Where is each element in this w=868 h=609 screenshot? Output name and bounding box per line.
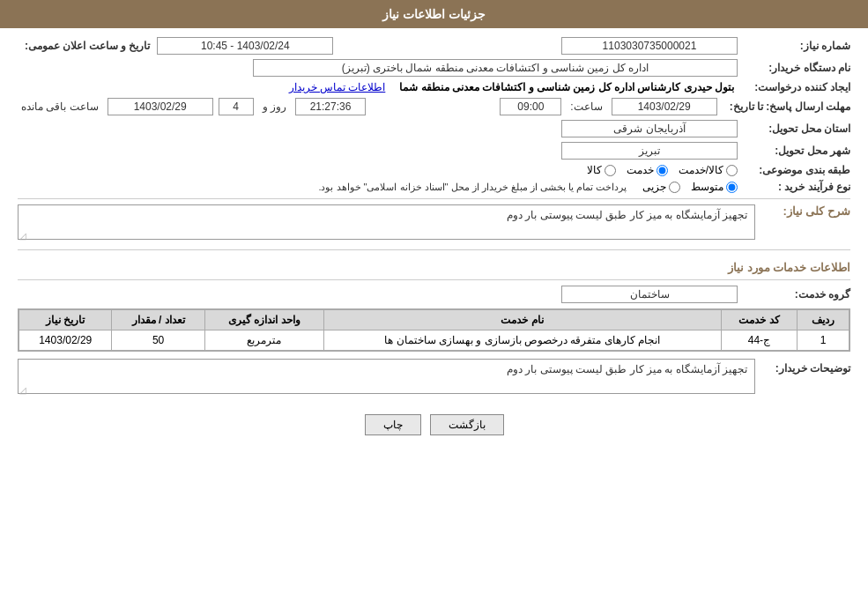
service-group-label: گروه خدمت: [745,288,850,301]
need-number-label: شماره نیاز: [745,40,850,52]
reply-date-label: مهلت ارسال پاسخ: تا تاریخ: [723,100,850,113]
purchase-type-medium[interactable]: متوسط [691,181,738,193]
buyer-org-value: اداره کل زمین شناسی و اکتشافات معدنی منط… [253,59,738,77]
need-description-textarea[interactable] [18,204,755,240]
page-header: جزئیات اطلاعات نیاز [0,0,868,28]
remaining-time-value: 21:27:36 [295,98,366,115]
purchase-type-radio-group: متوسط جزیی [642,181,738,193]
col-header-unit: واحد اندازه گیری [204,310,323,330]
category-option-kala[interactable]: کالا [587,164,616,176]
creator-value: بتول حیدری کارشناس اداره کل زمین شناسی و… [396,81,738,93]
back-button[interactable]: بازگشت [430,414,504,435]
buyer-notes-textarea[interactable] [18,359,755,394]
col-header-row: ردیف [798,310,849,330]
announcement-date-value: 1403/02/24 - 10:45 [157,37,333,55]
announcement-date-label: تاریخ و ساعت اعلان عمومی: [18,40,150,52]
category-option-khedmat[interactable]: خدمت [627,164,668,176]
reply-time-value: 09:00 [500,98,561,115]
category-radio-group: کالا/خدمت خدمت کالا [587,164,738,176]
buyer-org-label: نام دستگاه خریدار: [745,62,850,74]
city-label: شهر محل تحویل: [745,145,850,157]
creator-contact-link[interactable]: اطلاعات تماس خریدار [286,81,389,93]
need-number-value: 1103030735000021 [561,37,738,55]
print-button[interactable]: چاپ [365,414,421,435]
purchase-type-partial[interactable]: جزیی [642,181,680,193]
remaining-days-value: 4 [219,98,254,115]
category-label: طبقه بندی موضوعی: [745,164,850,176]
page-title: جزئیات اطلاعات نیاز [382,7,486,21]
col-header-code: کد خدمت [721,310,798,330]
purchase-type-label: نوع فرآیند خرید : [745,181,850,193]
services-table-container: ردیف کد خدمت نام خدمت واحد اندازه گیری ت… [18,308,850,352]
province-value: آذربایجان شرقی [561,120,738,137]
service-group-value: ساختمان [561,286,738,303]
col-header-date: تاریخ نیاز [19,310,112,330]
remaining-days-label: روز و [259,100,290,113]
remaining-suffix: ساعت باقی مانده [18,100,102,113]
buyer-notes-label: توضیحات خریدار: [762,359,850,375]
col-header-name: نام خدمت [323,310,721,330]
col-header-quantity: تعداد / مقدار [112,310,204,330]
reply-date-display: 1403/02/29 [108,98,213,115]
city-value: تبریز [561,142,738,160]
reply-date-value: 1403/02/29 [612,98,717,115]
table-row: 1ج-44انجام کارهای متفرقه درخصوص بازسازی … [19,330,849,351]
province-label: استان محل تحویل: [745,123,850,135]
services-section-title: اطلاعات خدمات مورد نیاز [18,256,850,280]
reply-time-label: ساعت: [567,100,605,113]
need-description-label: شرح کلی نیاز: [762,204,850,218]
purchase-note: پرداخت تمام یا بخشی از مبلغ خریدار از مح… [18,182,627,193]
category-option-kala-khedmat[interactable]: کالا/خدمت [679,164,738,176]
buttons-row: بازگشت چاپ [18,405,850,444]
services-table: ردیف کد خدمت نام خدمت واحد اندازه گیری ت… [19,309,849,351]
creator-label: ایجاد کننده درخواست: [745,81,850,93]
